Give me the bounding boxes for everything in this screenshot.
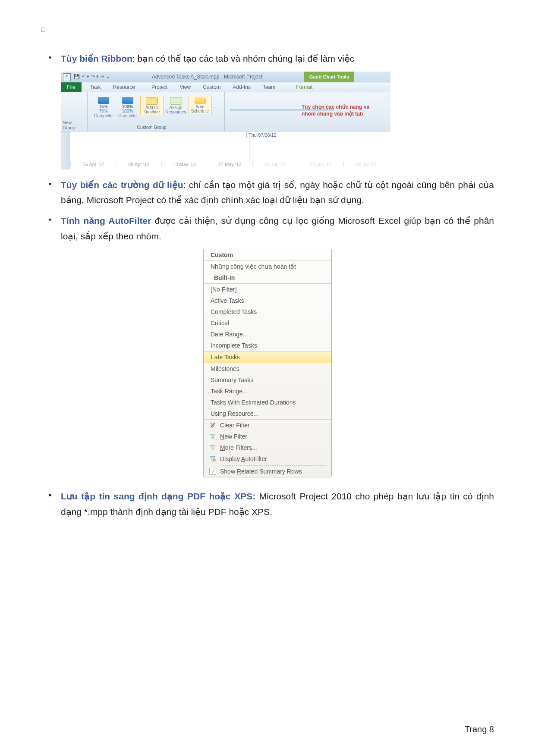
timeline-area: Thu 07/06/12 15 Apr '12 29 Apr '12 13 Ma… bbox=[61, 131, 390, 169]
ribbon-body: New Group 75%75% Complete 100%100% Compl… bbox=[61, 92, 390, 131]
button-assign-resources[interactable]: Assign Resources bbox=[164, 96, 188, 115]
bullet-3-title: Tính năng AutoFilter bbox=[61, 216, 151, 226]
svg-rect-2 bbox=[214, 459, 215, 461]
tab-addins[interactable]: Add-Ins bbox=[227, 82, 257, 92]
contextual-tab-gantt: Gantt Chart Tools bbox=[304, 72, 354, 82]
qat-more-icon[interactable]: ⇣ bbox=[106, 74, 110, 79]
filter-header-builtin: Built-In bbox=[204, 272, 331, 283]
filter-more[interactable]: More Filters... bbox=[204, 442, 331, 453]
filter-new[interactable]: New Filter bbox=[204, 431, 331, 442]
callout-text: Tùy chọn các chức năng và nhóm chúng vào… bbox=[302, 104, 388, 117]
custom-group-label: Custom Group bbox=[137, 125, 166, 130]
filter-item-incomplete-tasks[interactable]: Incomplete Tasks bbox=[204, 340, 331, 351]
button-add-to-timeline[interactable]: Add to Timeline bbox=[140, 96, 164, 115]
filter-item-task-range[interactable]: Task Range... bbox=[204, 386, 331, 397]
window-title: Advanced Tasks A_Start.mpp - Microsoft P… bbox=[110, 72, 304, 82]
tab-file[interactable]: File bbox=[61, 82, 82, 92]
clear-filter-icon bbox=[210, 422, 216, 428]
check-icon: ✓ bbox=[209, 468, 216, 475]
ribbon-screenshot: P 💾 ↶ ▾ ↷ ▾ ➔ ⇣ Advanced Tasks A_Start.m… bbox=[61, 72, 390, 169]
tab-format[interactable]: Format bbox=[286, 82, 323, 92]
page-number: Trang 8 bbox=[465, 725, 494, 734]
button-75-complete[interactable]: 75%75% Complete bbox=[92, 96, 115, 119]
new-group-label: New Group bbox=[63, 120, 85, 130]
bullet-dot-icon: ▪ bbox=[49, 489, 61, 502]
autofilter-menu: Custom Những công việc chưa hoàn tất Bui… bbox=[203, 249, 332, 477]
bullet-autofilter: ▪ Tính năng AutoFilter được cải thiện, s… bbox=[49, 213, 494, 244]
bullet-1-text: : bạn có thể tạo các tab và nhóm chúng l… bbox=[132, 53, 355, 63]
bullet-ribbon: ▪ Tùy biến Ribbon: bạn có thể tạo các ta… bbox=[49, 51, 494, 66]
autofilter-icon bbox=[210, 456, 216, 462]
thu-date: Thu 07/06/12 bbox=[246, 132, 277, 138]
filter-display-autofilter[interactable]: Display AutoFilter bbox=[204, 453, 331, 464]
ribbon-tabs: File Task Resource Project View Custom A… bbox=[61, 82, 390, 92]
filter-item-summary-tasks[interactable]: Summary Tasks bbox=[204, 374, 331, 386]
filter-custom-desc[interactable]: Những công việc chưa hoàn tất bbox=[204, 261, 331, 272]
tab-custom[interactable]: Custom bbox=[197, 82, 227, 92]
more-filters-icon bbox=[210, 445, 216, 451]
quick-access-toolbar[interactable]: 💾 ↶ ▾ ↷ ▾ ➔ ⇣ bbox=[72, 72, 110, 82]
bullet-data-fields: ▪ Tùy biến các trường dữ liệu: chỉ cần t… bbox=[49, 177, 494, 208]
new-filter-icon bbox=[210, 433, 216, 439]
save-icon[interactable]: 💾 bbox=[74, 74, 80, 79]
tab-resource[interactable]: Resource bbox=[107, 82, 141, 92]
bullet-dot-icon: ▪ bbox=[49, 213, 61, 226]
bullet-4-title: Lưu tập tin sang định dạng PDF hoặc XPS: bbox=[61, 491, 255, 501]
filter-header-custom: Custom bbox=[204, 249, 331, 260]
filter-item-completed-tasks[interactable]: Completed Tasks bbox=[204, 306, 331, 317]
app-icon[interactable]: P bbox=[63, 73, 71, 81]
filter-item-date-range[interactable]: Date Range... bbox=[204, 329, 331, 340]
ribbon-group-blank bbox=[216, 92, 225, 131]
tab-project[interactable]: Project bbox=[145, 82, 173, 92]
tab-team[interactable]: Team bbox=[257, 82, 281, 92]
filter-item-active-tasks[interactable]: Active Tasks bbox=[204, 295, 331, 306]
bullet-dot-icon: ▪ bbox=[49, 51, 61, 64]
redo-icon[interactable]: ↷ ▾ bbox=[91, 74, 99, 79]
filter-item-estimated-durations[interactable]: Tasks With Estimated Durations bbox=[204, 397, 331, 408]
titlebar-end bbox=[354, 72, 390, 82]
filter-item-milestones[interactable]: Milestones bbox=[204, 363, 331, 374]
bullet-pdf-xps: ▪ Lưu tập tin sang định dạng PDF hoặc XP… bbox=[49, 489, 494, 519]
tab-task[interactable]: Task bbox=[84, 82, 107, 92]
arrow-icon[interactable]: ➔ bbox=[101, 74, 104, 79]
undo-icon[interactable]: ↶ ▾ bbox=[82, 74, 89, 79]
filter-item-using-resource[interactable]: Using Resource... bbox=[204, 408, 331, 419]
timeline-ticks: 15 Apr '12 29 Apr '12 13 May '12 27 May … bbox=[70, 161, 389, 168]
filter-item-no-filter[interactable]: [No Filter] bbox=[204, 284, 331, 295]
bullet-2-title: Tùy biến các trường dữ liệu bbox=[61, 180, 183, 190]
filter-show-related[interactable]: ✓ Show Related Summary Rows bbox=[204, 466, 331, 477]
filter-clear[interactable]: Clear Filter bbox=[204, 420, 331, 431]
bullet-dot-icon: ▪ bbox=[49, 177, 61, 191]
button-auto-schedule[interactable]: Auto Schedule bbox=[189, 96, 212, 114]
title-bar: P 💾 ↶ ▾ ↷ ▾ ➔ ⇣ Advanced Tasks A_Start.m… bbox=[61, 72, 390, 82]
top-marker: □ bbox=[41, 26, 494, 34]
ribbon-empty-area: Tùy chọn các chức năng và nhóm chúng vào… bbox=[225, 92, 390, 131]
filter-item-critical[interactable]: Critical bbox=[204, 317, 331, 329]
ribbon-group-new: New Group bbox=[61, 92, 88, 131]
filter-item-late-tasks[interactable]: Late Tasks bbox=[204, 351, 331, 363]
tab-view[interactable]: View bbox=[173, 82, 197, 92]
button-100-complete[interactable]: 100%100% Complete bbox=[116, 96, 139, 119]
bullet-1-title: Tùy biến Ribbon bbox=[61, 53, 132, 63]
svg-point-1 bbox=[214, 434, 216, 436]
ribbon-group-custom: 75%75% Complete 100%100% Complete Add to… bbox=[88, 92, 216, 131]
